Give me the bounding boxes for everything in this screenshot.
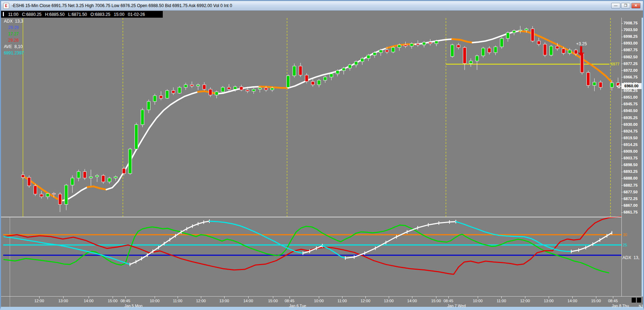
candle-down bbox=[209, 89, 212, 95]
time-tick-label: 14:00 bbox=[84, 299, 94, 303]
candle-down bbox=[488, 48, 491, 53]
price-tick-dash bbox=[621, 179, 623, 179]
candle-up bbox=[258, 88, 262, 89]
candle-up bbox=[398, 45, 401, 47]
time-tick-label: 10:00 bbox=[314, 299, 324, 303]
price-tick-dash bbox=[621, 192, 623, 192]
chart-canvas[interactable] bbox=[1, 1, 644, 310]
time-tick-dash bbox=[178, 297, 178, 298]
time-tick-dash bbox=[89, 297, 89, 298]
day-label: Jan 8 Thu bbox=[612, 304, 629, 308]
time-tick-label: 08:45 bbox=[608, 299, 618, 303]
time-tick-dash bbox=[572, 297, 573, 298]
candle-down bbox=[587, 72, 590, 85]
candle-up bbox=[373, 53, 376, 55]
candle-up bbox=[354, 62, 358, 65]
price-tick-label: 6914.25 bbox=[624, 142, 638, 147]
candle-up bbox=[46, 193, 49, 197]
candle-down bbox=[457, 45, 460, 47]
ma-segment-orange bbox=[88, 186, 106, 189]
candle-down bbox=[404, 45, 407, 46]
candle-down bbox=[34, 186, 37, 194]
candle-up bbox=[184, 85, 187, 87]
candle-up bbox=[348, 65, 352, 68]
price-tick-label: 6924.75 bbox=[624, 129, 638, 133]
candle-down bbox=[429, 42, 432, 44]
panel-divider[interactable] bbox=[1, 217, 621, 217]
price-tick-label: 7003.50 bbox=[624, 28, 638, 32]
ma-segment-orange bbox=[198, 91, 217, 94]
price-tick-dash bbox=[621, 212, 623, 213]
ave-value: 6891.2397 bbox=[4, 51, 24, 55]
price-tick-label: 6977.25 bbox=[624, 62, 638, 66]
ma-segment-white bbox=[415, 39, 452, 45]
candle-up bbox=[317, 80, 321, 85]
candle-up bbox=[330, 74, 333, 77]
adx-segment-cyan bbox=[209, 221, 303, 253]
price-tick-dash bbox=[621, 77, 623, 77]
adx-study-label: ADX 13,3 bbox=[4, 19, 23, 24]
support-line-label: 6977 bbox=[611, 62, 619, 66]
price-tick-label: 6966.75 bbox=[624, 75, 638, 79]
time-tick-label: 12:00 bbox=[34, 299, 44, 303]
day-label: Jan 6 Tue bbox=[289, 304, 306, 308]
corner-button-2[interactable] bbox=[637, 298, 641, 303]
candle-up bbox=[293, 66, 296, 76]
candle-up bbox=[71, 178, 74, 185]
time-tick-dash bbox=[501, 297, 502, 298]
price-tick-dash bbox=[621, 70, 623, 71]
time-tick-dash bbox=[478, 297, 478, 298]
price-tick-dash bbox=[621, 57, 623, 57]
candle-up bbox=[89, 177, 93, 178]
candle-up bbox=[451, 45, 454, 57]
candle-down bbox=[28, 177, 31, 186]
candle-up bbox=[77, 171, 80, 178]
candle-up bbox=[96, 175, 99, 177]
price-tick-label: 6888.00 bbox=[624, 176, 638, 180]
ma-segment-white bbox=[106, 92, 198, 190]
adx-segment-cyan bbox=[4, 236, 130, 264]
candle-up bbox=[367, 55, 370, 58]
candle-down bbox=[311, 82, 315, 85]
candle-up bbox=[271, 88, 274, 90]
candle-down bbox=[83, 171, 87, 178]
candle-up bbox=[129, 149, 132, 174]
time-tick-dash bbox=[525, 297, 525, 298]
price-tick-label: 6982.50 bbox=[624, 55, 638, 59]
ma-segment-white bbox=[288, 48, 387, 88]
price-tick-label: 6935.25 bbox=[624, 116, 638, 120]
price-tick-label: 6993.00 bbox=[624, 41, 638, 45]
candle-up bbox=[221, 87, 225, 92]
time-tick-label: 11:00 bbox=[497, 299, 506, 303]
price-tick-dash bbox=[621, 131, 623, 131]
candle-up bbox=[153, 96, 156, 101]
time-tick-dash bbox=[273, 297, 273, 298]
time-tick-dash bbox=[448, 297, 449, 298]
time-tick-dash bbox=[248, 297, 249, 298]
candle-up bbox=[65, 185, 68, 205]
session-divider-lines bbox=[10, 18, 610, 307]
price-tick-dash bbox=[621, 158, 623, 159]
candle-down bbox=[240, 87, 243, 90]
price-tick-dash bbox=[621, 50, 623, 51]
price-tick-label: 6877.50 bbox=[624, 190, 638, 194]
candle-up bbox=[410, 43, 413, 46]
price-tick-dash bbox=[621, 30, 623, 30]
candle-up bbox=[423, 42, 426, 45]
candle-down bbox=[102, 175, 105, 182]
candle-down bbox=[574, 50, 578, 54]
candle-up bbox=[141, 110, 144, 125]
time-tick-label: 12:00 bbox=[520, 299, 530, 303]
change-annotation-label: +3.25 bbox=[572, 41, 591, 46]
price-tick-dash bbox=[621, 124, 623, 125]
corner-button-1[interactable] bbox=[632, 298, 636, 303]
time-tick-label: 08:45 bbox=[285, 299, 294, 303]
last-price-marker: 6960.00 bbox=[621, 83, 642, 89]
candle-up bbox=[361, 58, 364, 62]
price-tick-label: 6903.75 bbox=[624, 156, 638, 160]
candle-up bbox=[135, 125, 138, 149]
candle-up bbox=[469, 61, 472, 63]
candle-down bbox=[543, 44, 547, 55]
candle-down bbox=[123, 168, 126, 174]
price-tick-dash bbox=[621, 205, 623, 206]
